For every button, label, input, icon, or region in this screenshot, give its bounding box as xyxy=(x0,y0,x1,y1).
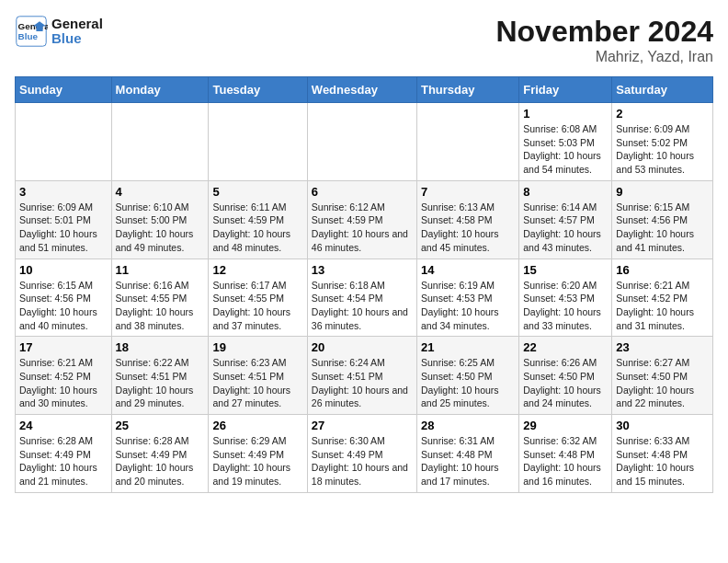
calendar-cell: 26Sunrise: 6:29 AM Sunset: 4:49 PM Dayli… xyxy=(209,415,307,493)
calendar-cell: 20Sunrise: 6:24 AM Sunset: 4:51 PM Dayli… xyxy=(307,337,416,415)
calendar-cell: 21Sunrise: 6:25 AM Sunset: 4:50 PM Dayli… xyxy=(416,337,518,415)
day-info: Sunrise: 6:27 AM Sunset: 4:50 PM Dayligh… xyxy=(616,356,709,410)
day-number: 29 xyxy=(523,419,608,432)
day-number: 24 xyxy=(19,419,108,432)
day-info: Sunrise: 6:22 AM Sunset: 4:51 PM Dayligh… xyxy=(116,356,205,410)
day-number: 30 xyxy=(616,419,709,432)
calendar-cell: 1Sunrise: 6:08 AM Sunset: 5:03 PM Daylig… xyxy=(519,103,612,181)
day-number: 27 xyxy=(312,419,413,432)
day-info: Sunrise: 6:32 AM Sunset: 4:48 PM Dayligh… xyxy=(523,434,608,488)
calendar-cell: 15Sunrise: 6:20 AM Sunset: 4:53 PM Dayli… xyxy=(519,259,612,337)
calendar-cell xyxy=(416,103,518,181)
calendar-cell: 19Sunrise: 6:23 AM Sunset: 4:51 PM Dayli… xyxy=(209,337,307,415)
day-info: Sunrise: 6:10 AM Sunset: 5:00 PM Dayligh… xyxy=(116,201,205,255)
calendar-cell: 7Sunrise: 6:13 AM Sunset: 4:58 PM Daylig… xyxy=(416,180,518,259)
day-info: Sunrise: 6:28 AM Sunset: 4:49 PM Dayligh… xyxy=(19,434,108,488)
day-info: Sunrise: 6:15 AM Sunset: 4:56 PM Dayligh… xyxy=(616,201,709,255)
day-info: Sunrise: 6:30 AM Sunset: 4:49 PM Dayligh… xyxy=(312,434,413,488)
calendar-week-row-1: 1Sunrise: 6:08 AM Sunset: 5:03 PM Daylig… xyxy=(16,103,713,181)
calendar-cell: 17Sunrise: 6:21 AM Sunset: 4:52 PM Dayli… xyxy=(16,337,112,415)
day-info: Sunrise: 6:26 AM Sunset: 4:50 PM Dayligh… xyxy=(523,356,608,410)
logo: General Blue General Blue xyxy=(15,15,103,48)
day-number: 16 xyxy=(616,263,709,277)
calendar-cell: 4Sunrise: 6:10 AM Sunset: 5:00 PM Daylig… xyxy=(111,180,209,259)
weekday-header-thursday: Thursday xyxy=(416,77,518,103)
day-number: 12 xyxy=(212,263,302,277)
day-number: 28 xyxy=(421,419,515,432)
logo-text-blue: Blue xyxy=(51,31,103,47)
day-number: 21 xyxy=(421,340,515,354)
calendar-cell: 10Sunrise: 6:15 AM Sunset: 4:56 PM Dayli… xyxy=(16,259,112,337)
day-number: 9 xyxy=(616,185,709,199)
day-info: Sunrise: 6:13 AM Sunset: 4:58 PM Dayligh… xyxy=(421,201,515,255)
calendar-cell: 16Sunrise: 6:21 AM Sunset: 4:52 PM Dayli… xyxy=(612,259,713,337)
calendar-cell: 29Sunrise: 6:32 AM Sunset: 4:48 PM Dayli… xyxy=(519,415,612,493)
day-number: 14 xyxy=(421,263,515,277)
svg-text:Blue: Blue xyxy=(18,31,39,41)
weekday-header-sunday: Sunday xyxy=(16,77,112,103)
day-number: 5 xyxy=(212,185,302,199)
day-number: 18 xyxy=(116,340,205,354)
day-info: Sunrise: 6:23 AM Sunset: 4:51 PM Dayligh… xyxy=(212,356,302,410)
day-number: 7 xyxy=(421,185,515,199)
day-info: Sunrise: 6:21 AM Sunset: 4:52 PM Dayligh… xyxy=(19,356,108,410)
day-number: 15 xyxy=(523,263,608,277)
day-info: Sunrise: 6:11 AM Sunset: 4:59 PM Dayligh… xyxy=(212,201,302,255)
day-number: 6 xyxy=(312,185,413,199)
month-title: November 2024 xyxy=(495,15,713,49)
day-info: Sunrise: 6:17 AM Sunset: 4:55 PM Dayligh… xyxy=(212,279,302,333)
weekday-header-row: SundayMondayTuesdayWednesdayThursdayFrid… xyxy=(16,77,713,103)
calendar-table: SundayMondayTuesdayWednesdayThursdayFrid… xyxy=(15,76,713,493)
calendar-cell xyxy=(209,103,307,181)
day-info: Sunrise: 6:08 AM Sunset: 5:03 PM Dayligh… xyxy=(523,122,608,177)
day-number: 13 xyxy=(312,263,413,277)
calendar-cell: 27Sunrise: 6:30 AM Sunset: 4:49 PM Dayli… xyxy=(307,415,416,493)
calendar-cell: 9Sunrise: 6:15 AM Sunset: 4:56 PM Daylig… xyxy=(612,180,713,259)
day-number: 8 xyxy=(523,185,608,199)
day-number: 25 xyxy=(116,419,205,432)
day-info: Sunrise: 6:25 AM Sunset: 4:50 PM Dayligh… xyxy=(421,356,515,410)
day-info: Sunrise: 6:29 AM Sunset: 4:49 PM Dayligh… xyxy=(212,434,302,488)
day-info: Sunrise: 6:20 AM Sunset: 4:53 PM Dayligh… xyxy=(523,279,608,333)
calendar-cell: 28Sunrise: 6:31 AM Sunset: 4:48 PM Dayli… xyxy=(416,415,518,493)
day-number: 11 xyxy=(116,263,205,277)
location-title: Mahriz, Yazd, Iran xyxy=(495,49,713,65)
day-number: 19 xyxy=(212,340,302,354)
logo-text-general: General xyxy=(51,17,103,32)
calendar-week-row-5: 24Sunrise: 6:28 AM Sunset: 4:49 PM Dayli… xyxy=(16,415,713,493)
day-info: Sunrise: 6:12 AM Sunset: 4:59 PM Dayligh… xyxy=(312,201,413,255)
day-info: Sunrise: 6:09 AM Sunset: 5:02 PM Dayligh… xyxy=(616,122,709,177)
day-number: 2 xyxy=(616,107,709,121)
page-header: General Blue General Blue November 2024 … xyxy=(15,15,713,65)
day-number: 17 xyxy=(19,340,108,354)
calendar-cell: 8Sunrise: 6:14 AM Sunset: 4:57 PM Daylig… xyxy=(519,180,612,259)
calendar-cell: 11Sunrise: 6:16 AM Sunset: 4:55 PM Dayli… xyxy=(111,259,209,337)
weekday-header-saturday: Saturday xyxy=(612,77,713,103)
calendar-cell: 23Sunrise: 6:27 AM Sunset: 4:50 PM Dayli… xyxy=(612,337,713,415)
logo-icon: General Blue xyxy=(15,15,48,48)
day-info: Sunrise: 6:33 AM Sunset: 4:48 PM Dayligh… xyxy=(616,434,709,488)
day-info: Sunrise: 6:21 AM Sunset: 4:52 PM Dayligh… xyxy=(616,279,709,333)
calendar-cell: 25Sunrise: 6:28 AM Sunset: 4:49 PM Dayli… xyxy=(111,415,209,493)
day-info: Sunrise: 6:24 AM Sunset: 4:51 PM Dayligh… xyxy=(312,356,413,410)
weekday-header-monday: Monday xyxy=(111,77,209,103)
day-number: 4 xyxy=(116,185,205,199)
calendar-week-row-3: 10Sunrise: 6:15 AM Sunset: 4:56 PM Dayli… xyxy=(16,259,713,337)
calendar-title-area: November 2024 Mahriz, Yazd, Iran xyxy=(495,15,713,65)
day-info: Sunrise: 6:16 AM Sunset: 4:55 PM Dayligh… xyxy=(116,279,205,333)
calendar-cell: 5Sunrise: 6:11 AM Sunset: 4:59 PM Daylig… xyxy=(209,180,307,259)
calendar-cell xyxy=(307,103,416,181)
day-number: 10 xyxy=(19,263,108,277)
calendar-cell: 13Sunrise: 6:18 AM Sunset: 4:54 PM Dayli… xyxy=(307,259,416,337)
day-info: Sunrise: 6:14 AM Sunset: 4:57 PM Dayligh… xyxy=(523,201,608,255)
calendar-cell: 18Sunrise: 6:22 AM Sunset: 4:51 PM Dayli… xyxy=(111,337,209,415)
day-number: 22 xyxy=(523,340,608,354)
calendar-cell: 22Sunrise: 6:26 AM Sunset: 4:50 PM Dayli… xyxy=(519,337,612,415)
calendar-cell xyxy=(111,103,209,181)
calendar-cell: 2Sunrise: 6:09 AM Sunset: 5:02 PM Daylig… xyxy=(612,103,713,181)
calendar-cell: 30Sunrise: 6:33 AM Sunset: 4:48 PM Dayli… xyxy=(612,415,713,493)
calendar-cell: 12Sunrise: 6:17 AM Sunset: 4:55 PM Dayli… xyxy=(209,259,307,337)
day-info: Sunrise: 6:28 AM Sunset: 4:49 PM Dayligh… xyxy=(116,434,205,488)
day-info: Sunrise: 6:19 AM Sunset: 4:53 PM Dayligh… xyxy=(421,279,515,333)
svg-text:General: General xyxy=(18,21,48,31)
